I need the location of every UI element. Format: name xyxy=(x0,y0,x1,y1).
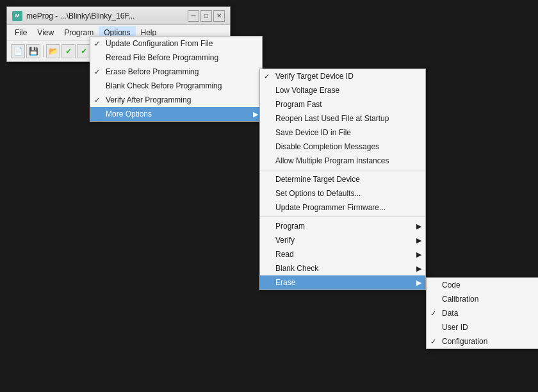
menu-item-save-device-id[interactable]: Save Device ID in File xyxy=(260,126,425,140)
app-icon: M xyxy=(12,11,22,21)
maximize-button[interactable]: □ xyxy=(200,10,212,22)
menu-item-set-options[interactable]: Set Options to Defaults... xyxy=(260,186,425,200)
menu-item-allow-multiple[interactable]: Allow Multiple Program Instances xyxy=(260,154,425,168)
toolbar-new[interactable]: 📄 xyxy=(11,44,25,58)
arrow-blank-check-sub: ▶ xyxy=(416,265,421,273)
menu-item-update-firmware[interactable]: Update Programmer Firmware... xyxy=(260,200,425,215)
checkmark-data: ✓ xyxy=(430,309,436,318)
checkmark-verify-target: ✓ xyxy=(264,72,270,81)
menu-item-blank-check[interactable]: Blank Check Before Programming xyxy=(90,79,262,93)
checkmark-configuration: ✓ xyxy=(430,338,436,346)
toolbar-open[interactable]: 📂 xyxy=(46,44,60,58)
menu-item-low-voltage[interactable]: Low Voltage Erase xyxy=(260,83,425,97)
toolbar-separator-1 xyxy=(43,45,44,57)
menu-item-reopen-last[interactable]: Reopen Last Used File at Startup xyxy=(260,111,425,126)
erase-menu: Code Calibration ✓ Data User ID ✓ Config… xyxy=(426,277,538,349)
separator-2 xyxy=(260,216,425,217)
toolbar-save[interactable]: 💾 xyxy=(26,44,40,58)
minimize-button[interactable]: ─ xyxy=(188,10,199,22)
arrow-verify-sub: ▶ xyxy=(416,236,421,245)
menu-item-configuration[interactable]: ✓ Configuration xyxy=(427,334,538,348)
arrow-more-options: ▶ xyxy=(253,110,258,118)
menu-view[interactable]: View xyxy=(32,26,59,39)
menu-item-update-config[interactable]: ✓ Update Configuration From File xyxy=(90,37,262,51)
toolbar-verify[interactable]: ✓ xyxy=(61,44,76,58)
menu-item-read-sub[interactable]: Read ▶ xyxy=(260,247,425,261)
menu-item-erase-sub[interactable]: Erase ▶ xyxy=(260,275,425,290)
menu-item-blank-check-sub[interactable]: Blank Check ▶ xyxy=(260,261,425,275)
checkmark-update-config: ✓ xyxy=(94,40,100,48)
menu-item-data[interactable]: ✓ Data xyxy=(427,306,538,320)
menu-item-disable-completion[interactable]: Disable Completion Messages xyxy=(260,140,425,154)
menu-file[interactable]: File xyxy=(10,26,32,39)
window-controls: ─ □ ✕ xyxy=(188,10,225,22)
title-bar: M meProg - ...\Blinky\Blinky_16F... ─ □ … xyxy=(7,7,230,25)
arrow-erase-sub: ▶ xyxy=(416,279,421,287)
close-button[interactable]: ✕ xyxy=(213,10,225,22)
menu-item-reread-file[interactable]: Reread File Before Programming xyxy=(90,51,262,65)
menu-item-calibration[interactable]: Calibration xyxy=(427,292,538,306)
menu-item-verify-target[interactable]: ✓ Verify Target Device ID xyxy=(260,69,425,83)
menu-item-determine-target[interactable]: Determine Target Device xyxy=(260,172,425,186)
checkmark-verify-after: ✓ xyxy=(94,96,100,104)
toolbar-check[interactable]: ✓ xyxy=(77,44,91,58)
separator-1 xyxy=(260,170,425,170)
menu-item-erase-before[interactable]: ✓ Erase Before Programming xyxy=(90,65,262,79)
menu-item-verify-after[interactable]: ✓ Verify After Programming xyxy=(90,93,262,107)
menu-item-verify-sub[interactable]: Verify ▶ xyxy=(260,233,425,247)
menu-item-code[interactable]: Code xyxy=(427,278,538,292)
window-title: meProg - ...\Blinky\Blinky_16F... xyxy=(26,12,134,20)
menu-item-user-id[interactable]: User ID xyxy=(427,320,538,334)
more-options-menu: ✓ Verify Target Device ID Low Voltage Er… xyxy=(259,69,426,290)
arrow-program-sub: ▶ xyxy=(416,222,421,231)
menu-item-program-sub[interactable]: Program ▶ xyxy=(260,219,425,233)
arrow-read-sub: ▶ xyxy=(416,250,421,259)
menu-item-more-options[interactable]: More Options ▶ xyxy=(90,107,262,121)
options-menu: ✓ Update Configuration From File Reread … xyxy=(90,36,263,122)
checkmark-erase-before: ✓ xyxy=(94,68,100,76)
menu-item-program-fast[interactable]: Program Fast xyxy=(260,97,425,111)
